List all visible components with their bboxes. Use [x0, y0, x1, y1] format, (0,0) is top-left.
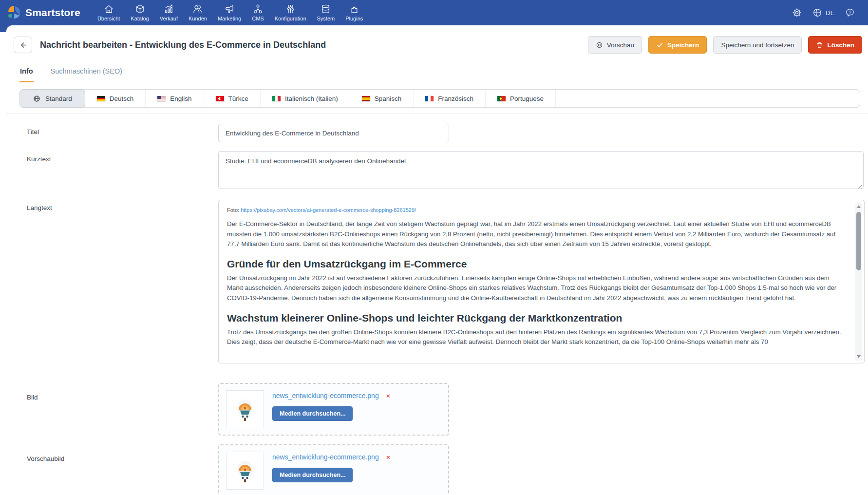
nav-item-label: System	[317, 16, 335, 21]
language-switcher[interactable]: DE	[812, 7, 835, 18]
nav-item-label: Katalog	[131, 16, 149, 21]
vorschaubild-thumbnail[interactable]	[226, 452, 264, 490]
plugins-icon	[349, 3, 360, 15]
main-menu: ÜbersichtKatalogVerkaufKundenMarketingCM…	[92, 0, 368, 25]
marketing-icon	[224, 3, 235, 15]
help-bubble-icon: ?	[845, 7, 855, 18]
locale-tab-standard[interactable]: Standard	[19, 89, 85, 108]
locale-tab-label: Französisch	[438, 95, 473, 102]
brand-logo[interactable]: Smartstore	[0, 5, 92, 20]
locale-tab-label: Türkce	[228, 95, 248, 102]
flag-it-icon	[272, 96, 281, 101]
nav-item-label: Marketing	[218, 16, 241, 21]
titel-input[interactable]	[218, 124, 449, 142]
configuration-icon	[285, 3, 296, 15]
tab-bar: Info Suchmaschinen (SEO)	[0, 60, 868, 82]
tab-info[interactable]: Info	[19, 63, 34, 82]
nav-item-system[interactable]: System	[312, 0, 340, 25]
catalog-icon	[134, 3, 146, 15]
locale-tab-spanisch[interactable]: Spanisch	[350, 90, 414, 107]
preview-button[interactable]: Vorschau	[588, 36, 642, 54]
locale-tab-portuguese[interactable]: Portuguese	[486, 90, 556, 107]
gear-icon	[792, 7, 802, 18]
nav-item-label: CMS	[252, 16, 264, 21]
home-icon	[103, 3, 114, 15]
top-navbar: Smartstore ÜbersichtKatalogVerkaufKunden…	[0, 0, 868, 25]
nav-item-label: Plugins	[345, 16, 363, 21]
thumbnail-image	[233, 457, 257, 485]
flag-pt-icon	[497, 96, 506, 101]
langtext-heading-1: Gründe für den Umsatzrückgang im E-Comme…	[227, 258, 845, 270]
editor-scrollbar[interactable]	[855, 202, 862, 361]
bild-browse-button[interactable]: Medien durchsuchen...	[272, 406, 353, 421]
scroll-up-arrow-icon[interactable]	[855, 203, 862, 210]
langtext-label: Langtext	[0, 200, 218, 363]
langtext-paragraph-3: Trotz des Umsatzrückgangs bei den großen…	[227, 327, 845, 347]
page-title: Nachricht bearbeiten - Entwicklung des E…	[40, 40, 580, 50]
bild-file-link[interactable]: news_entwicklung-ecommerce.png	[272, 392, 379, 400]
arrow-left-icon	[19, 41, 27, 49]
globe-icon	[812, 7, 823, 18]
locale-tab-franz-sisch[interactable]: Französisch	[414, 90, 486, 107]
nav-item-cms[interactable]: CMS	[246, 0, 269, 25]
langtext-heading-2: Wachstum kleinerer Online-Shops und leic…	[227, 312, 845, 324]
svg-text:?: ?	[849, 10, 851, 15]
cms-icon	[252, 3, 264, 15]
trash-icon	[816, 41, 823, 49]
bild-remove-icon[interactable]: ×	[386, 392, 390, 400]
flag-tr-icon	[216, 96, 224, 101]
settings-button[interactable]	[792, 7, 802, 18]
vorschaubild-dropzone[interactable]: news_entwicklung-ecommerce.png × Medien …	[218, 444, 449, 495]
nav-item-plugins[interactable]: Plugins	[340, 0, 368, 25]
locale-tab-english[interactable]: English	[146, 90, 204, 107]
vorschaubild-remove-icon[interactable]: ×	[386, 454, 390, 461]
flag-de-icon	[97, 96, 105, 101]
nav-item-label: Übersicht	[97, 16, 120, 21]
bild-dropzone[interactable]: news_entwicklung-ecommerce.png × Medien …	[218, 383, 449, 436]
nav-item-kunden[interactable]: Kunden	[183, 0, 212, 25]
delete-button[interactable]: Löschen	[808, 36, 862, 54]
nav-item-katalog[interactable]: Katalog	[125, 0, 154, 25]
scrollbar-thumb[interactable]	[856, 212, 861, 270]
nav-item-marketing[interactable]: Marketing	[212, 0, 246, 25]
foto-credit-link[interactable]: https://pixabay.com/vectors/ai-generated…	[241, 207, 416, 213]
locale-tab-italienisch-italien-[interactable]: Italienisch (Italien)	[261, 90, 350, 107]
nav-item-label: Verkauf	[160, 16, 178, 21]
brand-name: Smartstore	[25, 7, 80, 19]
titel-label: Titel	[0, 124, 218, 142]
vorschaubild-file-link[interactable]: news_entwicklung-ecommerce.png	[272, 453, 379, 461]
langtext-paragraph-1: Der E-Commerce-Sektor in Deutschland, de…	[227, 219, 845, 249]
thumbnail-image	[233, 395, 257, 423]
save-button[interactable]: Speichern	[648, 36, 707, 54]
foto-credit-line: Foto: https://pixabay.com/vectors/ai-gen…	[227, 207, 845, 213]
locale-tab-t-rkce[interactable]: Türkce	[204, 90, 261, 107]
tab-seo[interactable]: Suchmaschinen (SEO)	[50, 63, 123, 82]
nav-item-label: Kunden	[189, 16, 207, 21]
flag-es-icon	[362, 96, 370, 101]
customers-icon	[192, 3, 203, 15]
bild-thumbnail[interactable]	[226, 390, 264, 428]
locale-tab-label: English	[170, 95, 191, 102]
save-continue-button[interactable]: Speichern und fortsetzen	[713, 36, 802, 54]
nav-item-verkauf[interactable]: Verkauf	[154, 0, 183, 25]
edit-form: Titel Kurztext Studie: EHI und ecommerce…	[0, 114, 868, 495]
nav-item-label: Konfiguration	[275, 16, 306, 21]
locale-tab-bar: StandardDeutschEnglishTürkceItalienisch …	[19, 89, 860, 108]
page-header: Nachricht bearbeiten - Entwicklung des E…	[0, 32, 868, 60]
scroll-down-arrow-icon[interactable]	[855, 353, 862, 360]
nav-item--bersicht[interactable]: Übersicht	[92, 0, 125, 25]
nav-item-konfiguration[interactable]: Konfiguration	[269, 0, 312, 25]
back-button[interactable]	[14, 37, 32, 53]
locale-tab-deutsch[interactable]: Deutsch	[85, 90, 146, 107]
check-icon	[656, 41, 663, 49]
flag-us-icon	[157, 96, 166, 101]
sales-icon	[163, 3, 174, 15]
bild-label: Bild	[0, 383, 218, 436]
header-background	[0, 25, 868, 32]
kurztext-textarea[interactable]: Studie: EHI und ecommerceDB analysieren …	[218, 151, 864, 189]
locale-tab-label: Spanisch	[375, 95, 402, 102]
langtext-editor[interactable]: Foto: https://pixabay.com/vectors/ai-gen…	[218, 200, 865, 363]
help-button[interactable]: ?	[845, 7, 855, 18]
vorschaubild-browse-button[interactable]: Medien durchsuchen...	[272, 468, 353, 482]
eye-icon	[596, 41, 603, 49]
